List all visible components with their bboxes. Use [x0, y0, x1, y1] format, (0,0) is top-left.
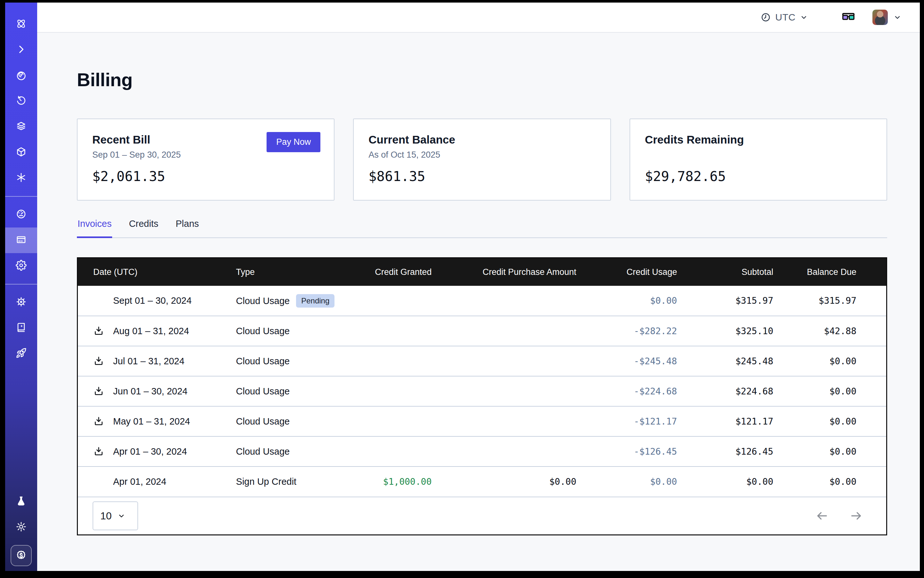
- download-invoice-button[interactable]: [93, 416, 113, 427]
- app-logo[interactable]: [5, 11, 37, 37]
- layers-icon: [16, 121, 27, 133]
- gauge-icon: [16, 209, 27, 221]
- tab-invoices[interactable]: Invoices: [77, 219, 112, 237]
- balance-due-cell: $0.00: [773, 406, 886, 437]
- invoice-type: Cloud Usage: [236, 356, 290, 366]
- sidebar-item-admin[interactable]: [5, 290, 37, 315]
- invoice-type: Cloud Usage: [236, 386, 290, 396]
- sidebar: [5, 3, 37, 571]
- sidebar-item-traces[interactable]: [5, 63, 37, 88]
- credit-granted-cell: [335, 346, 432, 376]
- subtotal-cell: $315.97: [677, 286, 773, 316]
- card-amount: $2,061.35: [92, 169, 319, 184]
- sidebar-item-dashboard[interactable]: [5, 202, 37, 227]
- dollar-badge-icon: [11, 545, 32, 566]
- balance-due-cell: $315.97: [773, 286, 886, 316]
- table-row: Jul 01 – 31, 2024 Cloud Usage -$245.48 $…: [78, 346, 886, 376]
- download-invoice-button[interactable]: [93, 446, 113, 457]
- sidebar-item-functions[interactable]: [5, 165, 37, 191]
- balance-due-cell: $0.00: [773, 376, 886, 406]
- balance-due-cell: $42.88: [773, 316, 886, 346]
- credit-purchase-cell: $0.00: [432, 466, 576, 497]
- credit-granted-cell: $1,000.00: [335, 466, 432, 497]
- brightness-icon: [16, 521, 27, 533]
- invoice-date: Sept 01 – 30, 2024: [113, 295, 192, 306]
- download-invoice-button[interactable]: [93, 386, 113, 397]
- sidebar-item-packages[interactable]: [5, 140, 37, 165]
- sidebar-item-billing[interactable]: [5, 227, 37, 253]
- credit-granted-cell: [335, 406, 432, 437]
- recent-bill-card: Recent Bill Sep 01 – Sep 30, 2025 $2,061…: [77, 119, 335, 201]
- content-column: UTC Billing Recent Bil: [37, 3, 920, 571]
- sidebar-item-docs[interactable]: [5, 315, 37, 341]
- download-icon: [93, 386, 104, 397]
- invoices-table: Date (UTC) Type Credit Granted Credit Pu…: [77, 257, 887, 536]
- invoice-rows: Sept 01 – 30, 2024 Cloud UsagePending $0…: [78, 286, 886, 497]
- sidebar-item-history[interactable]: [5, 88, 37, 114]
- table-row: Apr 01 – 30, 2024 Cloud Usage -$126.45 $…: [78, 437, 886, 466]
- pagination-arrows: [816, 510, 862, 522]
- helm-icon: [16, 296, 27, 308]
- timezone-selector[interactable]: UTC: [761, 12, 808, 23]
- credit-granted-cell: [335, 316, 432, 346]
- chevron-down-icon: [893, 13, 901, 21]
- subtotal-cell: $121.17: [677, 406, 773, 437]
- invoice-type: Cloud Usage: [236, 326, 290, 336]
- subtotal-cell: $245.48: [677, 346, 773, 376]
- cube-icon: [16, 146, 27, 159]
- user-menu-button[interactable]: [893, 13, 901, 21]
- tab-credits[interactable]: Credits: [128, 219, 159, 237]
- invoice-type: Cloud Usage: [236, 296, 290, 306]
- pay-now-button[interactable]: Pay Now: [266, 132, 320, 152]
- invoice-date: Jun 01 – 30, 2024: [113, 386, 187, 397]
- download-icon: [93, 326, 104, 336]
- avatar[interactable]: [872, 10, 888, 25]
- gear-icon: [16, 260, 27, 272]
- card-subtitle: [645, 150, 872, 161]
- credits-remaining-card: Credits Remaining $29,782.65: [630, 119, 887, 201]
- sidebar-item-layers[interactable]: [5, 114, 37, 140]
- table-row: May 01 – 31, 2024 Cloud Usage -$121.17 $…: [78, 406, 886, 437]
- download-icon: [93, 416, 104, 427]
- sidebar-item-credits-badge[interactable]: [5, 540, 37, 571]
- sidebar-item-labs[interactable]: [5, 489, 37, 515]
- sidebar-spacer: [5, 367, 37, 489]
- sidebar-item-theme[interactable]: [5, 515, 37, 540]
- balance-due-cell: $0.00: [773, 466, 886, 497]
- credit-usage-cell: $0.00: [576, 286, 677, 316]
- col-credit-purchase: Credit Purchase Amount: [432, 258, 576, 286]
- credit-granted-cell: [335, 286, 432, 316]
- trace-spiral-icon: [16, 70, 27, 82]
- col-credit-usage: Credit Usage: [576, 258, 677, 286]
- download-invoice-button[interactable]: [93, 326, 113, 336]
- summary-cards: Recent Bill Sep 01 – Sep 30, 2025 $2,061…: [77, 119, 887, 201]
- page-size-select[interactable]: 10: [93, 502, 138, 530]
- asterisk-icon: [16, 172, 27, 184]
- card-amount: $861.35: [369, 169, 595, 184]
- subtotal-cell: $126.45: [677, 437, 773, 466]
- top-bar: UTC: [37, 3, 920, 32]
- page-size-value: 10: [100, 510, 112, 522]
- table-row: Jun 01 – 30, 2024 Cloud Usage -$224.68 $…: [78, 376, 886, 406]
- sidebar-divider: [5, 284, 37, 284]
- credit-usage-cell: -$224.68: [576, 376, 677, 406]
- invoice-date: Apr 01 – 30, 2024: [113, 446, 187, 457]
- current-balance-card: Current Balance As of Oct 15, 2025 $861.…: [353, 119, 611, 201]
- sidebar-collapse-toggle[interactable]: [5, 37, 37, 63]
- sidebar-divider: [5, 196, 37, 197]
- tab-plans[interactable]: Plans: [175, 219, 200, 237]
- prev-page-button[interactable]: [816, 510, 828, 522]
- invoice-type: Sign Up Credit: [236, 476, 297, 487]
- next-page-button[interactable]: [850, 510, 862, 522]
- invoice-type: Cloud Usage: [236, 446, 290, 456]
- credit-granted-cell: [335, 376, 432, 406]
- demo-mode-button[interactable]: [841, 10, 856, 25]
- card-subtitle: As of Oct 15, 2025: [369, 150, 595, 161]
- credit-usage-cell: -$282.22: [576, 316, 677, 346]
- download-invoice-button[interactable]: [93, 356, 113, 367]
- clock-icon: [761, 12, 771, 23]
- sidebar-item-getting-started[interactable]: [5, 341, 37, 367]
- balance-due-cell: $0.00: [773, 437, 886, 466]
- sidebar-item-settings[interactable]: [5, 253, 37, 279]
- table-header: Date (UTC) Type Credit Granted Credit Pu…: [78, 258, 886, 286]
